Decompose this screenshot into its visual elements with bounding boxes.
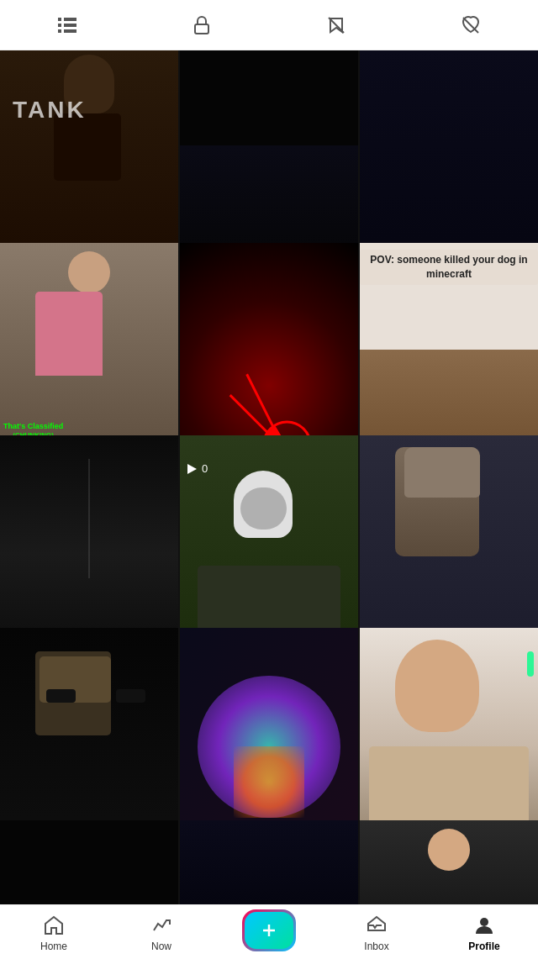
- svg-rect-2: [58, 29, 61, 33]
- inbox-nav-item[interactable]: Inbox: [347, 914, 406, 952]
- grid-menu-icon[interactable]: [46, 4, 88, 46]
- bookmark-slash-icon[interactable]: [315, 4, 357, 46]
- pov-text: POV: someone killed your dog in minecraf…: [360, 250, 538, 285]
- now-nav-item[interactable]: Now: [132, 914, 191, 952]
- bottom-nav: Home Now Inbox Profile: [0, 904, 538, 980]
- grid-item-13[interactable]: [0, 820, 178, 904]
- plus-nav-item[interactable]: [240, 912, 298, 949]
- home-nav-label: Home: [40, 940, 67, 952]
- plus-icon: [259, 920, 279, 940]
- profile-nav-label: Profile: [468, 940, 499, 952]
- home-icon: [42, 914, 66, 937]
- play-count-5: 0: [185, 462, 208, 476]
- inbox-icon: [365, 914, 388, 937]
- now-nav-label: Now: [151, 940, 171, 952]
- top-nav: [0, 0, 538, 50]
- now-icon: [150, 914, 173, 937]
- grid-item-15[interactable]: [360, 820, 538, 904]
- grid-item-14[interactable]: [180, 820, 358, 904]
- svg-rect-0: [58, 18, 61, 21]
- create-button[interactable]: [245, 912, 293, 949]
- profile-nav-item[interactable]: Profile: [455, 914, 514, 952]
- video-grid: TANK 0 0 0 0 That': [0, 50, 538, 904]
- svg-marker-18: [187, 464, 197, 474]
- inbox-nav-label: Inbox: [364, 940, 388, 952]
- svg-rect-4: [64, 24, 76, 27]
- svg-rect-1: [58, 24, 61, 27]
- svg-rect-5: [64, 29, 76, 33]
- svg-rect-6: [195, 24, 208, 34]
- lock-icon[interactable]: [181, 4, 223, 46]
- svg-line-8: [463, 18, 478, 33]
- svg-rect-3: [64, 18, 76, 21]
- home-nav-item[interactable]: Home: [24, 914, 83, 952]
- svg-point-28: [480, 918, 488, 926]
- heart-slash-icon[interactable]: [450, 4, 492, 46]
- profile-icon: [472, 914, 496, 937]
